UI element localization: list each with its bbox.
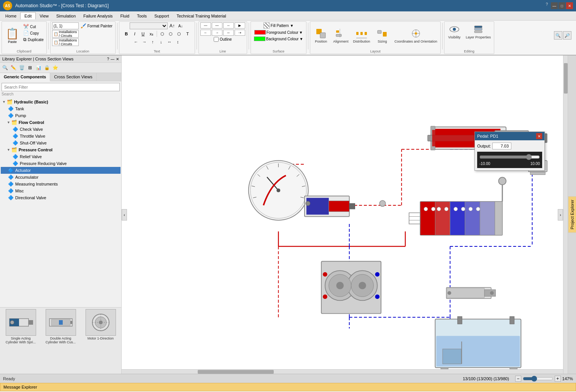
coordinates-button[interactable]: Coordinates and Orientation <box>393 27 439 44</box>
zoom-in-button[interactable]: + <box>555 376 561 382</box>
tab-generic-components[interactable]: Generic Components <box>0 73 50 81</box>
line-style-5[interactable]: ← <box>200 30 211 36</box>
tree-item[interactable]: 🔷Throttle Valve <box>1 133 121 140</box>
tree-item[interactable]: ▼🗂️Flow Control <box>1 119 121 126</box>
foreground-colour-button[interactable]: Foreground Colour ▼ <box>253 30 305 35</box>
outline-checkbox[interactable] <box>214 37 219 42</box>
installations-button-2[interactable]: 📋 Installations / Circuits <box>52 38 79 46</box>
tree-item[interactable]: 🔷Pressure Reducing Valve <box>1 160 121 167</box>
layer-properties-button[interactable]: Layer Properties <box>464 22 492 40</box>
canvas-nav-left[interactable]: ‹ <box>122 209 127 221</box>
menu-edit[interactable]: Edit <box>20 12 36 19</box>
alignment-button[interactable]: Alignment <box>332 27 350 44</box>
text-special-button[interactable]: T <box>184 30 191 37</box>
line-style-8[interactable]: ⇢ <box>235 30 245 36</box>
italic-button[interactable]: I <box>131 30 138 37</box>
canvas-area[interactable]: Pedal: PD1 ✕ Output: 7.03 -10.00 10.00 ‹ <box>122 56 568 374</box>
menu-simulation[interactable]: Simulation <box>52 13 79 19</box>
tab-cross-section-views[interactable]: Cross Section Views <box>50 73 97 81</box>
tree-item[interactable]: 🔷Misc <box>1 187 121 194</box>
align-left-button[interactable]: ⬡ <box>159 30 166 37</box>
sizing-button[interactable]: Sizing <box>373 27 391 44</box>
distribute-h-button[interactable]: ↔ <box>166 38 173 45</box>
close-button[interactable]: ✕ <box>566 2 573 9</box>
installations-button-1[interactable]: 📋 Installations / Circuits <box>52 30 79 38</box>
tree-item[interactable]: ▼🗂️Pressure Control <box>1 146 121 153</box>
underline-button[interactable]: U <box>139 30 147 37</box>
tree-item[interactable]: 🔷Actuator <box>1 167 121 174</box>
line-style-2[interactable]: — <box>212 22 222 29</box>
align-center-button[interactable]: ⬡ <box>167 30 175 37</box>
menu-technical[interactable]: Technical Training Material <box>173 13 230 19</box>
pedal-slider[interactable] <box>479 154 540 160</box>
search-input[interactable] <box>2 83 120 91</box>
help-icon[interactable]: ? <box>546 2 548 9</box>
bold-button[interactable]: B <box>122 30 130 37</box>
visibility-button[interactable]: Visibility <box>446 22 463 40</box>
sidebar-help-button[interactable]: ? <box>107 57 109 61</box>
tree-item[interactable]: 🔷Measuring Instruments <box>1 181 121 187</box>
pedal-close-button[interactable]: ✕ <box>536 133 542 139</box>
cut-button[interactable]: ✂️ Cut <box>22 24 45 30</box>
tree-item[interactable]: 🔷Shut-Off Valve <box>1 140 121 146</box>
menu-failure-analysis[interactable]: Failure Analysis <box>79 13 116 19</box>
line-style-6[interactable]: → <box>212 30 222 36</box>
coordinates-input[interactable] <box>52 22 79 29</box>
tree-item[interactable]: 🔷Check Valve <box>1 126 121 133</box>
line-style-1[interactable]: — <box>200 22 211 29</box>
tree-item[interactable]: 🔷Relief Valve <box>1 153 121 160</box>
preview-item[interactable]: Motor 1-Direction <box>81 309 120 344</box>
message-explorer-bar[interactable]: Message Explorer <box>0 383 576 391</box>
tree-item[interactable]: ▼🗂️Hydraulic (Basic) <box>1 98 121 105</box>
position-button[interactable]: Position <box>312 27 330 44</box>
arrow-left-button[interactable]: ← <box>132 38 140 45</box>
distribute-v-button[interactable]: ↕ <box>174 38 182 45</box>
preview-item[interactable]: Double Acting Cylinder With Cus... <box>41 309 80 344</box>
format-painter-button[interactable]: 🖌️ Format Painter <box>79 23 114 29</box>
line-style-3[interactable]: -- <box>223 22 234 29</box>
right-scrollbar[interactable] <box>563 56 568 374</box>
font-select[interactable] <box>130 22 168 29</box>
zoom-out-button[interactable]: − <box>515 376 521 382</box>
background-dropdown-icon[interactable]: ▼ <box>299 37 303 41</box>
menu-home[interactable]: Home <box>2 13 20 19</box>
arrow-down-button[interactable]: ↓ <box>157 38 165 45</box>
canvas-nav-right[interactable]: › <box>558 209 563 221</box>
bottom-scrollbar[interactable] <box>122 369 563 374</box>
sidebar-tool-delete[interactable]: 🗑️ <box>18 64 25 71</box>
arrow-up-button[interactable]: ↑ <box>149 38 157 45</box>
tree-item[interactable]: 🔷Accumulator <box>1 174 121 181</box>
arrow-right-button[interactable]: → <box>141 38 148 45</box>
maximize-button[interactable]: □ <box>559 2 565 9</box>
sidebar-tool-star[interactable]: ⭐ <box>51 64 59 71</box>
sidebar-tool-grid[interactable]: ⊞ <box>26 64 34 71</box>
zoom-slider[interactable] <box>523 377 553 380</box>
menu-view[interactable]: View <box>36 13 52 19</box>
sidebar-tool-search[interactable]: 🔍 <box>1 64 9 71</box>
preview-item[interactable]: Single Acting Cylinder With Spri... <box>2 309 40 344</box>
foreground-dropdown-icon[interactable]: ▼ <box>299 30 303 35</box>
sidebar-tool-edit[interactable]: ✏️ <box>10 64 17 71</box>
line-style-4[interactable]: ▶ <box>235 22 245 29</box>
line-style-7[interactable]: ↔ <box>223 30 234 36</box>
menu-fluid[interactable]: Fluid <box>116 13 133 19</box>
tree-item[interactable]: 🔷Pump <box>1 112 121 119</box>
minimize-button[interactable]: — <box>551 2 558 9</box>
sidebar-close-button[interactable]: ✕ <box>116 57 119 61</box>
font-size-up-button[interactable]: A↑ <box>168 22 176 29</box>
fill-pattern-row[interactable]: Fill Pattern ▼ <box>263 22 294 29</box>
distribution-button[interactable]: Distribution <box>351 27 371 44</box>
subscript-button[interactable]: x₂ <box>148 30 155 37</box>
ribbon-search-button[interactable]: 🔍 <box>554 31 562 40</box>
sidebar-tool-chart[interactable]: 📊 <box>35 64 42 71</box>
menu-tools[interactable]: Tools <box>133 13 151 19</box>
tree-item[interactable]: 🔷Tank <box>1 105 121 112</box>
project-explorer-tab[interactable]: Project Explorer <box>568 196 576 233</box>
ribbon-zoom-button[interactable]: 🔎 <box>563 31 571 40</box>
align-right-button[interactable]: ⬡ <box>175 30 183 37</box>
font-size-down-button[interactable]: A↓ <box>177 22 184 29</box>
sidebar-minimize-button[interactable]: — <box>111 57 114 61</box>
background-colour-button[interactable]: Background Colour ▼ <box>252 36 305 41</box>
copy-button[interactable]: 📄 Copy <box>22 30 45 36</box>
menu-support[interactable]: Support <box>151 13 173 19</box>
